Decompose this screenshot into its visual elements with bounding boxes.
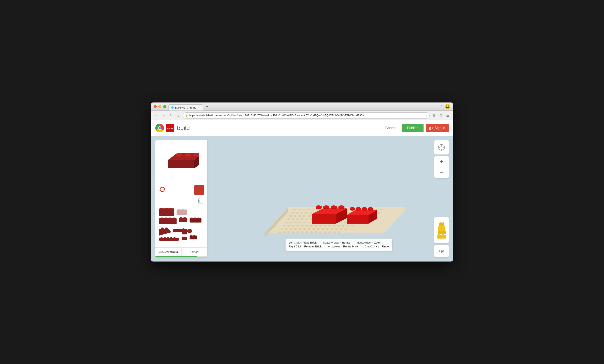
svg-point-123	[305, 219, 308, 220]
svg-point-139	[294, 222, 297, 223]
svg-rect-29	[169, 217, 172, 219]
svg-point-165	[333, 225, 335, 227]
svg-point-149	[340, 222, 342, 223]
svg-point-103	[303, 215, 305, 217]
publish-button[interactable]: Publish	[402, 124, 423, 132]
svg-point-167	[342, 225, 344, 227]
nav-bar: ← → ↻ ⌂ 🔒 https://www.buildwithchrome.co…	[151, 111, 453, 120]
signin-button[interactable]: g+ Sign in	[426, 124, 449, 132]
traffic-lights	[154, 105, 166, 108]
close-button[interactable]	[154, 105, 157, 108]
svg-point-43	[187, 229, 192, 232]
tips-panel: Left Click = Place Brick Space + Drag = …	[286, 238, 392, 251]
svg-point-184	[344, 228, 347, 230]
svg-rect-26	[159, 218, 176, 224]
svg-rect-238	[443, 222, 444, 223]
rotate-button[interactable]	[159, 186, 166, 194]
bookmark-star-icon[interactable]: ☆	[424, 114, 427, 117]
svg-point-158	[301, 225, 303, 227]
home-button[interactable]: ⌂	[175, 113, 181, 119]
forward-button[interactable]: →	[161, 113, 167, 119]
zoom-in-button[interactable]: +	[434, 156, 449, 167]
cancel-button[interactable]: Cancel	[382, 124, 400, 132]
svg-point-218	[362, 207, 367, 210]
main-brick-svg	[164, 149, 199, 175]
main-content: LEGO® bricks Extras	[151, 136, 453, 262]
svg-point-104	[307, 215, 310, 217]
tab-bar: 🌐 Build with Chrome ✕ +	[168, 102, 210, 111]
svg-rect-237	[440, 222, 442, 223]
svg-point-8	[185, 153, 191, 156]
panel-tabs: LEGO® bricks Extras	[155, 247, 207, 256]
tip-left-click: Left Click = Place Brick	[289, 241, 317, 244]
lego-bricks-tab[interactable]: LEGO® bricks	[155, 248, 181, 256]
bookmark-button[interactable]	[431, 113, 437, 119]
url-text: https://www.buildwithchrome.com/builder#…	[189, 114, 423, 117]
svg-point-164	[328, 225, 331, 227]
svg-point-159	[305, 225, 308, 227]
svg-point-179	[322, 228, 324, 230]
app-header: LEGO build Cancel Publish g+ Sign in	[151, 120, 453, 136]
svg-point-163	[324, 225, 326, 227]
back-button[interactable]: ←	[153, 113, 159, 119]
maximize-button[interactable]	[163, 105, 166, 108]
svg-rect-230	[438, 230, 446, 234]
svg-point-162	[319, 225, 322, 227]
3d-viewport[interactable]: Left Click = Place Brick Space + Drag = …	[236, 147, 405, 251]
active-tab[interactable]: 🌐 Build with Chrome ✕	[168, 104, 203, 111]
minimize-button[interactable]	[158, 105, 161, 108]
signin-label: Sign in	[435, 126, 445, 130]
svg-rect-49	[174, 237, 176, 238]
color-swatch[interactable]	[194, 185, 204, 195]
right-sidebar: + −	[434, 140, 449, 257]
svg-point-169	[351, 225, 353, 227]
svg-point-191	[306, 232, 308, 233]
svg-point-142	[308, 222, 310, 223]
svg-point-185	[278, 232, 281, 233]
zoom-out-button[interactable]: −	[434, 167, 449, 178]
lego-stack-button[interactable]	[434, 217, 449, 243]
svg-text:LEGO: LEGO	[167, 128, 173, 130]
svg-point-60	[294, 209, 296, 210]
brick-palette-svg[interactable]	[157, 207, 205, 242]
svg-rect-30	[173, 217, 176, 219]
svg-point-180	[326, 228, 329, 230]
svg-point-181	[331, 228, 333, 230]
chrome-menu-button[interactable]: ☰	[445, 113, 451, 119]
svg-point-119	[287, 219, 290, 220]
tab-close-button[interactable]: ✕	[197, 106, 201, 109]
lock-icon: 🔒	[185, 114, 188, 117]
svg-point-150	[344, 222, 347, 223]
reload-button[interactable]: ↻	[168, 113, 174, 119]
svg-point-166	[337, 225, 340, 227]
svg-point-141	[303, 222, 306, 223]
app-logo: LEGO build	[155, 124, 190, 132]
compass-button[interactable]	[434, 140, 449, 154]
extensions-button[interactable]: ⚙	[438, 113, 444, 119]
svg-point-83	[305, 212, 308, 214]
builder-area[interactable]: Left Click = Place Brick Space + Drag = …	[211, 140, 431, 257]
svg-rect-227	[437, 235, 446, 238]
svg-point-182	[335, 228, 338, 230]
svg-point-156	[292, 225, 294, 227]
svg-point-64	[312, 209, 314, 210]
brick-controls	[155, 184, 207, 197]
restore-icon[interactable]: ⤢	[439, 104, 444, 107]
tip-mousewheel: Mousewheel = Zoom	[357, 241, 381, 244]
svg-point-170	[281, 228, 283, 230]
svg-point-81	[296, 212, 299, 214]
address-bar[interactable]: 🔒 https://www.buildwithchrome.com/builde…	[183, 113, 430, 119]
gplus-icon: g+	[429, 126, 433, 130]
extras-tab[interactable]: Extras	[182, 248, 208, 256]
svg-point-193	[315, 232, 317, 233]
delete-button[interactable]	[155, 197, 207, 206]
svg-point-187	[288, 232, 290, 233]
new-tab-button[interactable]: +	[204, 104, 210, 109]
svg-point-39	[161, 227, 164, 229]
svg-point-101	[294, 215, 296, 217]
svg-rect-15	[200, 198, 202, 199]
window-resize-controls: ⤢ 😆	[439, 104, 450, 109]
tips-button[interactable]: Tips	[434, 245, 449, 257]
svg-point-154	[283, 225, 285, 227]
tip-arrowkeys: Arrowkeys = Rotate brick	[328, 245, 358, 248]
